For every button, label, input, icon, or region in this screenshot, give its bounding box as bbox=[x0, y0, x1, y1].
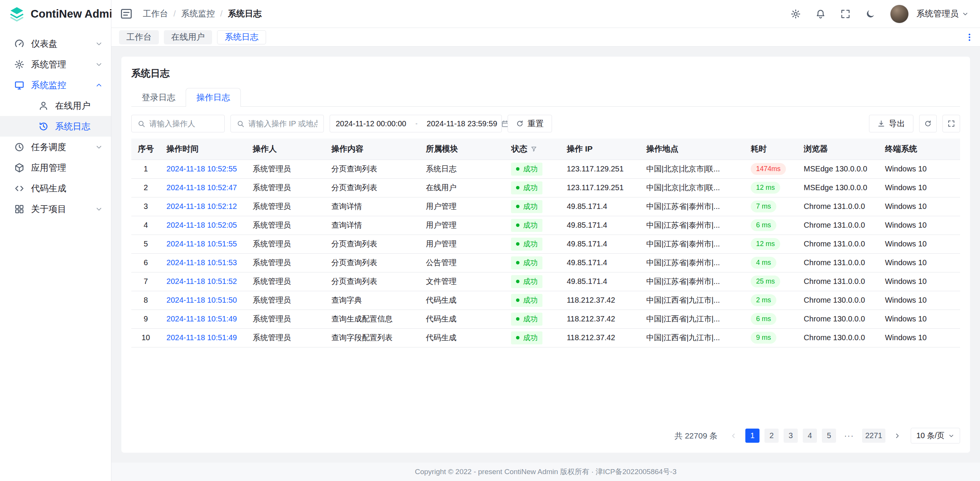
status-text: 成功 bbox=[523, 164, 537, 174]
pagination-page-5[interactable]: 5 bbox=[822, 429, 836, 443]
fullscreen-icon[interactable] bbox=[840, 9, 851, 19]
cell-time-link[interactable]: 2024-11-18 10:52:47 bbox=[160, 178, 247, 197]
cell-status: 成功 bbox=[505, 253, 560, 272]
status-badge: 成功 bbox=[511, 181, 542, 194]
status-text: 成功 bbox=[523, 258, 537, 268]
log-card: 系统日志 登录日志 操作日志 2024-11-12 00:00: bbox=[121, 57, 970, 453]
cell-time-link[interactable]: 2024-11-18 10:51:53 bbox=[160, 253, 247, 272]
cell-time-link[interactable]: 2024-11-18 10:51:49 bbox=[160, 310, 247, 328]
chevron-left-icon bbox=[730, 432, 737, 439]
settings-icon[interactable] bbox=[791, 9, 801, 19]
status-dot-icon bbox=[516, 336, 519, 339]
chevron-down-icon bbox=[95, 61, 103, 68]
table-row: 6 2024-11-18 10:51:53 系统管理员 分页查询列表 公告管理 … bbox=[131, 253, 960, 272]
table-fullscreen-button[interactable] bbox=[942, 115, 960, 132]
cell-ip: 49.85.171.4 bbox=[560, 253, 640, 272]
dark-mode-icon[interactable] bbox=[865, 9, 875, 19]
sidebar-item-about-project[interactable]: 关于项目 bbox=[0, 199, 111, 219]
sidebar-item-online-users[interactable]: 在线用户 bbox=[0, 95, 111, 116]
cell-ip: 118.212.37.42 bbox=[560, 328, 640, 347]
top-header: 工作台 / 系统监控 / 系统日志 系统管理员 bbox=[111, 0, 980, 28]
date-end-value: 2024-11-18 23:59:59 bbox=[427, 119, 497, 128]
table-row: 2 2024-11-18 10:52:47 系统管理员 分页查询列表 在线用户 … bbox=[131, 178, 960, 197]
page-size-select[interactable]: 10 条/页 bbox=[911, 428, 960, 443]
nav-tab-workbench[interactable]: 工作台 bbox=[119, 30, 159, 44]
cell-os: Windows 10 bbox=[879, 272, 960, 291]
cell-duration: 7 ms bbox=[745, 197, 798, 216]
table-fullscreen-icon bbox=[947, 120, 955, 127]
pagination-page-4[interactable]: 4 bbox=[803, 429, 817, 443]
tab-login-log[interactable]: 登录日志 bbox=[131, 88, 186, 107]
sidebar-item-task-schedule[interactable]: 任务调度 bbox=[0, 137, 111, 157]
status-dot-icon bbox=[516, 280, 519, 283]
operator-search-input[interactable] bbox=[149, 119, 219, 128]
pagination-prev-button[interactable] bbox=[726, 429, 740, 443]
user-avatar[interactable] bbox=[890, 5, 909, 23]
sidebar-item-dashboard[interactable]: 仪表盘 bbox=[0, 33, 111, 54]
pagination-ellipsis[interactable]: ··· bbox=[841, 429, 857, 443]
sidebar-item-system-log[interactable]: 系统日志 bbox=[0, 116, 111, 137]
nav-tab-online-users[interactable]: 在线用户 bbox=[164, 30, 212, 44]
cell-time-link[interactable]: 2024-11-18 10:51:52 bbox=[160, 272, 247, 291]
collapse-menu-button[interactable] bbox=[120, 7, 133, 20]
cell-module: 在线用户 bbox=[420, 178, 505, 197]
cell-no: 1 bbox=[131, 160, 160, 178]
refresh-icon bbox=[924, 120, 932, 127]
pagination-last-page[interactable]: 2271 bbox=[862, 429, 885, 443]
notification-icon[interactable] bbox=[815, 9, 826, 19]
cell-content: 分页查询列表 bbox=[325, 272, 420, 291]
app-logo[interactable]: ContiNew Admin bbox=[0, 0, 111, 28]
cell-no: 4 bbox=[131, 216, 160, 235]
sidebar-item-label: 系统管理 bbox=[31, 59, 66, 70]
breadcrumb-item[interactable]: 系统监控 bbox=[181, 8, 215, 20]
cell-content: 查询字段配置列表 bbox=[325, 328, 420, 347]
cell-duration: 1474ms bbox=[745, 160, 798, 178]
status-badge: 成功 bbox=[511, 275, 542, 288]
pagination-next-button[interactable] bbox=[890, 429, 905, 443]
cell-time-link[interactable]: 2024-11-18 10:51:49 bbox=[160, 328, 247, 347]
cell-operator: 系统管理员 bbox=[247, 253, 325, 272]
col-status-label: 状态 bbox=[511, 144, 527, 153]
col-ip: 操作 IP bbox=[560, 139, 640, 160]
table-row: 10 2024-11-18 10:51:49 系统管理员 查询字段配置列表 代码… bbox=[131, 328, 960, 347]
filter-icon[interactable] bbox=[531, 146, 537, 152]
sidebar-item-system-management[interactable]: 系统管理 bbox=[0, 54, 111, 75]
cell-time-link[interactable]: 2024-11-18 10:52:05 bbox=[160, 216, 247, 235]
cell-time-link[interactable]: 2024-11-18 10:52:12 bbox=[160, 197, 247, 216]
more-icon[interactable] bbox=[964, 32, 975, 42]
page-footer: Copyright © 2022 - present ContiNew Admi… bbox=[111, 463, 980, 481]
status-dot-icon bbox=[516, 261, 519, 264]
monitor-icon bbox=[14, 80, 24, 90]
nav-tab-system-log[interactable]: 系统日志 bbox=[217, 30, 266, 44]
tab-operation-log[interactable]: 操作日志 bbox=[186, 88, 241, 107]
cell-time-link[interactable]: 2024-11-18 10:52:55 bbox=[160, 160, 247, 178]
cell-operator: 系统管理员 bbox=[247, 291, 325, 310]
pagination-page-2[interactable]: 2 bbox=[764, 429, 779, 443]
user-menu[interactable]: 系统管理员 bbox=[916, 8, 969, 20]
reset-button[interactable]: 重置 bbox=[508, 115, 552, 132]
cell-no: 2 bbox=[131, 178, 160, 197]
cell-module: 代码生成 bbox=[420, 310, 505, 328]
status-dot-icon bbox=[516, 167, 519, 171]
ip-search-input[interactable] bbox=[248, 119, 318, 128]
pagination-page-1[interactable]: 1 bbox=[745, 429, 760, 443]
date-range-picker[interactable]: 2024-11-12 00:00:00 - 2024-11-18 23:59:5… bbox=[330, 115, 502, 132]
cell-status: 成功 bbox=[505, 160, 560, 178]
cell-operator: 系统管理员 bbox=[247, 160, 325, 178]
cell-location: 中国|北京|北京市|联... bbox=[640, 178, 745, 197]
sidebar-item-app-management[interactable]: 应用管理 bbox=[0, 157, 111, 178]
export-button[interactable]: 导出 bbox=[869, 115, 913, 132]
pagination-page-3[interactable]: 3 bbox=[784, 429, 798, 443]
refresh-table-button[interactable] bbox=[919, 115, 937, 132]
cell-duration: 9 ms bbox=[745, 328, 798, 347]
cell-content: 查询字典 bbox=[325, 291, 420, 310]
sidebar-item-label: 系统监控 bbox=[31, 79, 66, 91]
sidebar-item-system-monitor[interactable]: 系统监控 bbox=[0, 75, 111, 95]
sidebar-item-code-generation[interactable]: 代码生成 bbox=[0, 178, 111, 199]
breadcrumb-item[interactable]: 工作台 bbox=[143, 8, 168, 20]
logo-icon bbox=[8, 6, 25, 23]
status-dot-icon bbox=[516, 205, 519, 208]
cell-time-link[interactable]: 2024-11-18 10:51:50 bbox=[160, 291, 247, 310]
table-body: 1 2024-11-18 10:52:55 系统管理员 分页查询列表 系统日志 … bbox=[131, 160, 960, 347]
cell-time-link[interactable]: 2024-11-18 10:51:55 bbox=[160, 235, 247, 253]
